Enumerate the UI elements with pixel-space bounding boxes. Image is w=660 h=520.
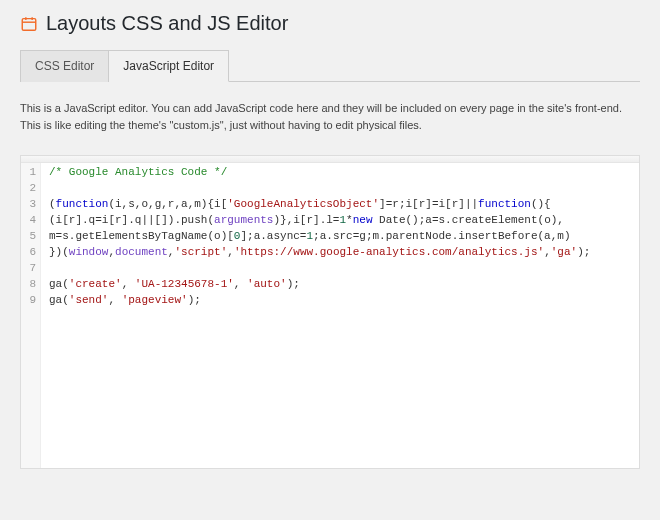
svg-rect-0 [22, 18, 36, 30]
code-line: /* Google Analytics Code */ [49, 164, 631, 180]
line-number: 2 [21, 180, 36, 196]
tab-css-editor[interactable]: CSS Editor [20, 50, 109, 82]
tab-js-editor[interactable]: JavaScript Editor [109, 50, 229, 82]
page-title: Layouts CSS and JS Editor [20, 12, 640, 35]
line-number: 7 [21, 260, 36, 276]
js-editor-panel: This is a JavaScript editor. You can add… [20, 82, 640, 481]
code-line [49, 180, 631, 196]
line-number: 3 [21, 196, 36, 212]
tab-label: CSS Editor [35, 59, 94, 73]
line-number: 1 [21, 164, 36, 180]
code-line [49, 260, 631, 276]
line-number: 6 [21, 244, 36, 260]
code-line: ga('create', 'UA-12345678-1', 'auto'); [49, 276, 631, 292]
line-number: 8 [21, 276, 36, 292]
editor-toolbar [21, 156, 639, 163]
code-line: (function(i,s,o,g,r,a,m){i['GoogleAnalyt… [49, 196, 631, 212]
code-line: })(window,document,'script','https://www… [49, 244, 631, 260]
page-title-text: Layouts CSS and JS Editor [46, 12, 288, 35]
line-gutter: 123456789 [21, 156, 41, 468]
code-line: (i[r].q=i[r].q||[]).push(arguments)},i[r… [49, 212, 631, 228]
code-area[interactable]: /* Google Analytics Code */ (function(i,… [41, 156, 639, 468]
tab-bar: CSS Editor JavaScript Editor [20, 49, 640, 82]
code-line: ga('send', 'pageview'); [49, 292, 631, 308]
calendar-icon [20, 15, 38, 33]
line-number: 4 [21, 212, 36, 228]
tab-label: JavaScript Editor [123, 59, 214, 73]
app-root: Layouts CSS and JS Editor CSS Editor Jav… [0, 0, 660, 520]
line-number: 5 [21, 228, 36, 244]
code-editor[interactable]: 123456789 /* Google Analytics Code */ (f… [20, 155, 640, 469]
code-line: m=s.getElementsByTagName(o)[0];a.async=1… [49, 228, 631, 244]
line-number: 9 [21, 292, 36, 308]
panel-description: This is a JavaScript editor. You can add… [20, 100, 640, 133]
